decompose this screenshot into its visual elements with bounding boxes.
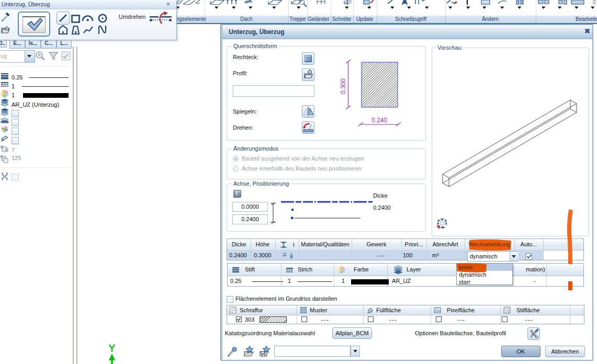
svg-text:I: I (293, 242, 295, 248)
svg-text:0.240: 0.240 (371, 117, 387, 124)
svg-text:0.300: 0.300 (340, 78, 347, 94)
